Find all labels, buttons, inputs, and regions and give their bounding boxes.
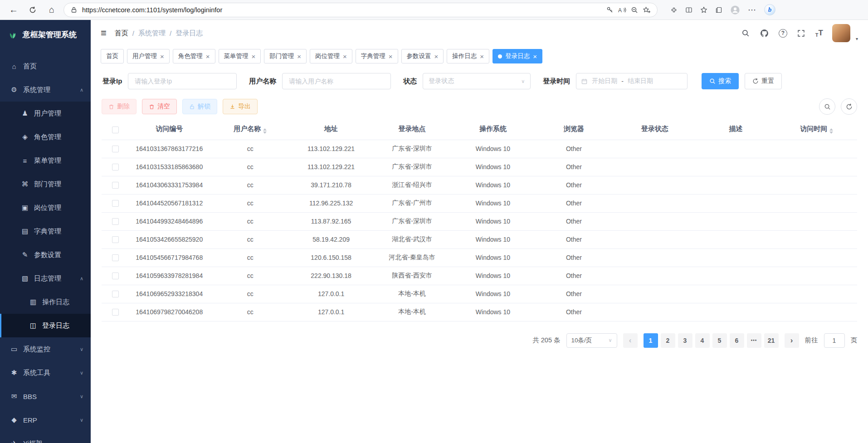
sidebar-item-log[interactable]: ▧日志管理∧ bbox=[0, 267, 91, 290]
page-button-2[interactable]: 2 bbox=[661, 333, 675, 348]
user-avatar[interactable] bbox=[832, 24, 850, 42]
sidebar-item-system[interactable]: ⚙系统管理∧ bbox=[0, 78, 91, 102]
close-icon[interactable]: × bbox=[434, 53, 439, 60]
prev-page-button[interactable]: ‹ bbox=[623, 333, 638, 348]
row-checkbox[interactable] bbox=[112, 200, 119, 207]
sidebar-item-post[interactable]: ▣岗位管理 bbox=[0, 196, 91, 219]
close-icon[interactable]: × bbox=[533, 53, 537, 60]
sort-icon[interactable] bbox=[829, 128, 833, 134]
sidebar-item-monitor[interactable]: ▭系统监控∨ bbox=[0, 337, 91, 361]
refresh-icon[interactable] bbox=[25, 3, 40, 17]
tab-role[interactable]: 角色管理× bbox=[173, 49, 215, 63]
username-input[interactable] bbox=[282, 73, 391, 89]
column-header-visit-time[interactable]: 访问时间 bbox=[776, 119, 858, 140]
github-icon[interactable] bbox=[760, 28, 770, 38]
profile-avatar[interactable] bbox=[730, 5, 740, 15]
page-ellipsis[interactable]: ••• bbox=[747, 333, 761, 348]
favorites-icon[interactable] bbox=[700, 6, 707, 14]
row-checkbox[interactable] bbox=[112, 218, 119, 225]
sidebar-item-dict[interactable]: ▤字典管理 bbox=[0, 219, 91, 243]
status-select[interactable]: 登录状态 ∨ bbox=[423, 73, 531, 89]
more-icon[interactable]: ⋯ bbox=[748, 5, 756, 15]
toggle-search-icon[interactable] bbox=[819, 98, 835, 115]
tab-login-log[interactable]: 登录日志× bbox=[493, 49, 542, 63]
favorite-add-icon[interactable] bbox=[643, 6, 651, 14]
sidebar-item-role[interactable]: ◈角色管理 bbox=[0, 125, 91, 149]
sort-icon[interactable] bbox=[263, 128, 267, 134]
row-checkbox[interactable] bbox=[112, 291, 119, 297]
copilot-icon[interactable]: b bbox=[764, 4, 775, 15]
tab-post[interactable]: 岗位管理× bbox=[310, 49, 352, 63]
close-icon[interactable]: × bbox=[389, 53, 393, 60]
back-icon[interactable]: ← bbox=[6, 3, 21, 17]
close-icon[interactable]: × bbox=[297, 53, 301, 60]
sidebar-item-menu[interactable]: ≡菜单管理 bbox=[0, 149, 91, 172]
page-button-1[interactable]: 1 bbox=[644, 333, 658, 348]
search-icon[interactable] bbox=[741, 28, 751, 38]
unlock-button[interactable]: 解锁 bbox=[182, 99, 217, 114]
tab-operation-log[interactable]: 操作日志× bbox=[447, 49, 489, 63]
tab-home[interactable]: 首页 bbox=[101, 49, 124, 63]
close-icon[interactable]: × bbox=[480, 53, 484, 60]
home-browser-icon[interactable]: ⌂ bbox=[44, 3, 59, 17]
sidebar-item-login-log[interactable]: ◫登录日志 bbox=[0, 314, 91, 337]
date-range-picker[interactable]: 开始日期 - 结束日期 bbox=[576, 73, 688, 89]
next-page-button[interactable]: › bbox=[785, 333, 799, 348]
goto-page-input[interactable] bbox=[824, 333, 845, 348]
read-aloud-icon[interactable]: A bbox=[618, 6, 626, 14]
close-icon[interactable]: × bbox=[206, 53, 210, 60]
page-button-4[interactable]: 4 bbox=[695, 333, 710, 348]
fullscreen-icon[interactable] bbox=[796, 28, 806, 38]
font-size-icon[interactable]: TT bbox=[815, 29, 823, 38]
sidebar-item-bbs[interactable]: ✉BBS∨ bbox=[0, 385, 91, 408]
tab-dict[interactable]: 字典管理× bbox=[356, 49, 398, 63]
key-icon[interactable] bbox=[606, 6, 614, 14]
sidebar-item-erp[interactable]: ◆ERP∨ bbox=[0, 408, 91, 432]
row-checkbox[interactable] bbox=[112, 146, 119, 152]
breadcrumb-home[interactable]: 首页 bbox=[115, 29, 128, 38]
clear-button[interactable]: 清空 bbox=[142, 99, 177, 114]
login-ip-input[interactable] bbox=[128, 73, 237, 89]
tab-menu[interactable]: 菜单管理× bbox=[219, 49, 261, 63]
collections-icon[interactable] bbox=[715, 6, 722, 14]
sidebar-item-param[interactable]: ✎参数设置 bbox=[0, 243, 91, 267]
url-text[interactable]: https://ccnetcore.com:1101/system/log/lo… bbox=[82, 6, 602, 14]
sidebar-item-dept[interactable]: ⌘部门管理 bbox=[0, 172, 91, 196]
help-icon[interactable]: ? bbox=[779, 29, 787, 38]
sidebar-item-tools[interactable]: ✱系统工具∨ bbox=[0, 361, 91, 385]
hamburger-icon[interactable]: ≡ bbox=[101, 27, 107, 39]
search-button[interactable]: 搜索 bbox=[702, 73, 739, 89]
row-checkbox[interactable] bbox=[112, 309, 119, 316]
page-button-5[interactable]: 5 bbox=[712, 333, 727, 348]
reset-button[interactable]: 重置 bbox=[745, 73, 782, 89]
close-icon[interactable]: × bbox=[160, 53, 164, 60]
breadcrumb-system[interactable]: 系统管理 bbox=[138, 29, 166, 38]
split-screen-icon[interactable] bbox=[685, 6, 692, 14]
export-button[interactable]: 导出 bbox=[223, 99, 258, 114]
row-checkbox[interactable] bbox=[112, 273, 119, 279]
row-checkbox[interactable] bbox=[112, 254, 119, 261]
close-icon[interactable]: × bbox=[252, 53, 256, 60]
sidebar-item-user[interactable]: ♟用户管理 bbox=[0, 102, 91, 125]
sidebar-item-operation-log[interactable]: ▥操作日志 bbox=[0, 290, 91, 314]
select-all-checkbox[interactable] bbox=[112, 127, 119, 133]
sidebar-item-home[interactable]: ⌂首页 bbox=[0, 54, 91, 78]
extensions-icon[interactable] bbox=[670, 6, 678, 14]
tab-dept[interactable]: 部门管理× bbox=[264, 49, 307, 63]
address-bar[interactable]: https://ccnetcore.com:1101/system/log/lo… bbox=[63, 3, 658, 17]
close-icon[interactable]: × bbox=[343, 53, 347, 60]
sidebar-item-yi[interactable]: ✈Yi框架 bbox=[0, 432, 91, 443]
page-button-3[interactable]: 3 bbox=[678, 333, 692, 348]
page-size-select[interactable]: 10条/页 ∨ bbox=[566, 333, 617, 348]
column-header-username[interactable]: 用户名称 bbox=[210, 119, 290, 140]
row-checkbox[interactable] bbox=[112, 182, 119, 189]
row-checkbox[interactable] bbox=[112, 236, 119, 243]
tab-param[interactable]: 参数设置× bbox=[401, 49, 444, 63]
page-button-21[interactable]: 21 bbox=[764, 333, 779, 348]
refresh-table-icon[interactable] bbox=[841, 98, 857, 115]
row-checkbox[interactable] bbox=[112, 164, 119, 170]
zoom-out-icon[interactable] bbox=[631, 6, 638, 14]
tab-user[interactable]: 用户管理× bbox=[127, 49, 170, 63]
page-button-6[interactable]: 6 bbox=[730, 333, 744, 348]
delete-button[interactable]: 删除 bbox=[102, 99, 137, 114]
